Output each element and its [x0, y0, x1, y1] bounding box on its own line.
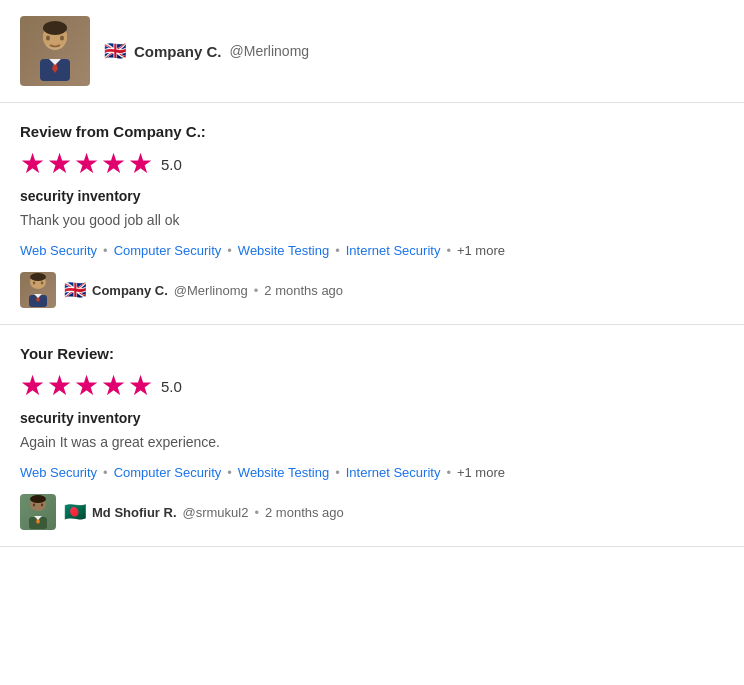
- star-1-4: ★: [101, 150, 126, 178]
- reviewer-avatar-2: [20, 494, 56, 530]
- tag-dot-6: •: [227, 465, 232, 480]
- handle-header: @Merlinomg: [230, 43, 310, 59]
- reviewer-dot-2: •: [254, 505, 259, 520]
- more-link-1[interactable]: +1 more: [457, 243, 505, 258]
- star-2-2: ★: [47, 372, 72, 400]
- svg-point-5: [43, 21, 67, 35]
- review-section-1: Review from Company C.: ★ ★ ★ ★ ★ 5.0 se…: [0, 103, 744, 325]
- reviewer-row-1: 🇬🇧 Company C. @Merlinomg • 2 months ago: [20, 272, 724, 308]
- tag-web-security-1[interactable]: Web Security: [20, 243, 97, 258]
- svg-point-12: [30, 273, 46, 281]
- tag-computer-security-2[interactable]: Computer Security: [114, 465, 222, 480]
- star-2-3: ★: [74, 372, 99, 400]
- tags-row-1: Web Security • Computer Security • Websi…: [20, 243, 724, 258]
- tag-computer-security-1[interactable]: Computer Security: [114, 243, 222, 258]
- flag-icon-header: 🇬🇧: [104, 40, 126, 62]
- tag-dot-7: •: [335, 465, 340, 480]
- star-1-3: ★: [74, 150, 99, 178]
- review-text-1: Thank you good job all ok: [20, 210, 724, 231]
- tag-dot-3: •: [335, 243, 340, 258]
- reviewer-flag-2: 🇧🇩: [64, 501, 86, 523]
- header-info: 🇬🇧 Company C. @Merlinomg: [104, 40, 309, 62]
- tag-dot-4: •: [446, 243, 451, 258]
- star-1-1: ★: [20, 150, 45, 178]
- service-title-2: security inventory: [20, 410, 724, 426]
- rating-number-2: 5.0: [161, 378, 182, 395]
- tag-dot-5: •: [103, 465, 108, 480]
- star-1-2: ★: [47, 150, 72, 178]
- tag-dot-1: •: [103, 243, 108, 258]
- tag-dot-2: •: [227, 243, 232, 258]
- avatar-figure-1: [20, 16, 90, 86]
- reviewer-time-1: 2 months ago: [264, 283, 343, 298]
- svg-point-4: [60, 36, 64, 41]
- review-title-1: Review from Company C.:: [20, 123, 724, 140]
- star-2-4: ★: [101, 372, 126, 400]
- more-link-2[interactable]: +1 more: [457, 465, 505, 480]
- svg-point-18: [41, 504, 43, 507]
- reviewer-name-1: Company C.: [92, 283, 168, 298]
- svg-point-10: [33, 282, 35, 285]
- svg-point-17: [33, 504, 35, 507]
- star-2-1: ★: [20, 372, 45, 400]
- company-name-header: Company C.: [134, 43, 222, 60]
- review-title-2: Your Review:: [20, 345, 724, 362]
- star-2-5: ★: [128, 372, 153, 400]
- svg-point-11: [41, 282, 43, 285]
- reviewer-info-2: 🇧🇩 Md Shofiur R. @srmukul2 • 2 months ag…: [64, 501, 344, 523]
- rating-number-1: 5.0: [161, 156, 182, 173]
- service-title-1: security inventory: [20, 188, 724, 204]
- avatar-large: [20, 16, 90, 86]
- header-section: 🇬🇧 Company C. @Merlinomg: [0, 0, 744, 103]
- stars-row-2: ★ ★ ★ ★ ★ 5.0: [20, 372, 724, 400]
- review-text-2: Again It was a great experience.: [20, 432, 724, 453]
- reviewer-flag-1: 🇬🇧: [64, 279, 86, 301]
- svg-point-3: [46, 36, 50, 41]
- reviewer-name-2: Md Shofiur R.: [92, 505, 177, 520]
- stars-row-1: ★ ★ ★ ★ ★ 5.0: [20, 150, 724, 178]
- tag-web-security-2[interactable]: Web Security: [20, 465, 97, 480]
- reviewer-handle-2: @srmukul2: [183, 505, 249, 520]
- reviewer-avatar-1: [20, 272, 56, 308]
- svg-point-19: [30, 495, 46, 503]
- tag-dot-8: •: [446, 465, 451, 480]
- review-section-2: Your Review: ★ ★ ★ ★ ★ 5.0 security inve…: [0, 325, 744, 547]
- star-1-5: ★: [128, 150, 153, 178]
- reviewer-dot-1: •: [254, 283, 259, 298]
- reviewer-row-2: 🇧🇩 Md Shofiur R. @srmukul2 • 2 months ag…: [20, 494, 724, 530]
- reviewer-time-2: 2 months ago: [265, 505, 344, 520]
- tag-internet-security-1[interactable]: Internet Security: [346, 243, 441, 258]
- tags-row-2: Web Security • Computer Security • Websi…: [20, 465, 724, 480]
- tag-internet-security-2[interactable]: Internet Security: [346, 465, 441, 480]
- tag-website-testing-1[interactable]: Website Testing: [238, 243, 329, 258]
- tag-website-testing-2[interactable]: Website Testing: [238, 465, 329, 480]
- reviewer-info-1: 🇬🇧 Company C. @Merlinomg • 2 months ago: [64, 279, 343, 301]
- reviewer-handle-1: @Merlinomg: [174, 283, 248, 298]
